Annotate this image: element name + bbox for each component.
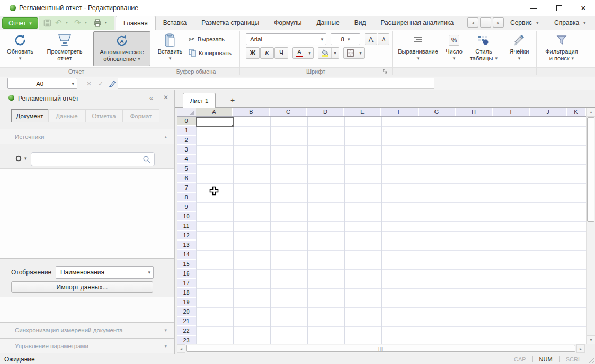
row-header-17[interactable]: 17 xyxy=(177,279,196,288)
row-header-1[interactable]: 1 xyxy=(177,126,196,135)
bold-button[interactable]: Ж xyxy=(246,47,260,59)
section-params[interactable]: Управление параметрами ▾ xyxy=(0,338,174,353)
help-menu[interactable]: Справка▾ xyxy=(554,16,586,30)
underline-button[interactable]: Ч xyxy=(274,47,288,59)
scroll-up-button[interactable]: ▴ xyxy=(587,108,595,117)
report-menu-button[interactable]: Отчет ▾ xyxy=(2,17,38,29)
row-header-12[interactable]: 12 xyxy=(177,231,196,240)
cut-button[interactable]: ✂ Вырезать xyxy=(189,35,225,43)
ribbon-menu-button[interactable]: ≡ xyxy=(480,17,491,28)
column-header-A[interactable]: A xyxy=(196,108,233,116)
column-header-F[interactable]: F xyxy=(381,108,418,116)
fill-handle[interactable] xyxy=(232,125,234,127)
row-header-22[interactable]: 22 xyxy=(177,326,196,335)
row-header-4[interactable]: 4 xyxy=(177,155,196,164)
print-dropdown[interactable]: ▾ xyxy=(105,20,107,25)
font-size-combo[interactable]: 8 ▾ xyxy=(331,33,360,45)
horizontal-scroll-thumb[interactable]: ||| xyxy=(186,345,575,352)
row-header-11[interactable]: 11 xyxy=(177,221,196,230)
search-input[interactable] xyxy=(34,156,143,163)
paste-button[interactable]: Вставить ▾ xyxy=(156,31,184,62)
grow-font-button[interactable]: A xyxy=(365,33,377,45)
table-style-button[interactable]: Стиль таблицы▾ xyxy=(466,31,501,62)
vertical-scrollbar[interactable]: ▴ ▾ xyxy=(586,108,595,344)
alignment-button[interactable]: Выравнивание ▾ xyxy=(394,31,442,62)
redo-button[interactable]: ↷ xyxy=(74,18,81,28)
confirm-entry-button[interactable]: ✓ xyxy=(95,78,106,88)
cell-reference-box[interactable]: A0 ▾ xyxy=(7,78,77,89)
vertical-scroll-thumb[interactable] xyxy=(587,117,594,222)
row-header-18[interactable]: 18 xyxy=(177,288,196,297)
ribbon-tab-3[interactable]: Разметка страницы xyxy=(194,16,267,30)
sources-list[interactable] xyxy=(0,168,174,259)
cells-area[interactable] xyxy=(196,117,586,344)
ribbon-scroll-left-button[interactable]: ◂ xyxy=(467,17,478,28)
panel-tab-формат[interactable]: Формат xyxy=(122,109,159,122)
insert-function-button[interactable] xyxy=(107,78,118,88)
close-button[interactable]: ✕ xyxy=(574,2,592,14)
import-data-button[interactable]: Импорт данных... xyxy=(11,281,153,293)
filter-search-button[interactable]: Фильтрация и поиск▾ xyxy=(538,31,585,62)
panel-tab-данные[interactable]: Данные xyxy=(48,109,85,122)
column-header-C[interactable]: C xyxy=(270,108,307,116)
panel-collapse-button[interactable]: « xyxy=(149,94,153,102)
row-header-23[interactable]: 23 xyxy=(177,336,196,344)
column-header-J[interactable]: J xyxy=(530,108,566,116)
row-header-20[interactable]: 20 xyxy=(177,307,196,316)
minimize-button[interactable]: — xyxy=(525,2,543,14)
column-header-H[interactable]: H xyxy=(456,108,492,116)
row-header-16[interactable]: 16 xyxy=(177,269,196,278)
sheet-tab[interactable]: Лист 1 xyxy=(183,93,216,108)
row-header-0[interactable]: 0 xyxy=(177,117,196,126)
formula-input[interactable] xyxy=(118,78,434,89)
select-all-corner[interactable] xyxy=(177,108,196,117)
row-header-21[interactable]: 21 xyxy=(177,317,196,326)
shrink-font-button[interactable]: A xyxy=(378,33,389,45)
borders-button[interactable]: ▾ xyxy=(343,47,365,59)
row-header-10[interactable]: 10 xyxy=(177,212,196,221)
font-family-combo[interactable]: Arial ▾ xyxy=(246,33,326,45)
row-header-6[interactable]: 6 xyxy=(177,174,196,183)
ribbon-tab-7[interactable]: Расширенная аналитика xyxy=(373,16,461,30)
undo-dropdown[interactable]: ▾ xyxy=(66,20,68,25)
panel-tab-отметка[interactable]: Отметка xyxy=(85,109,122,122)
scroll-left-button[interactable]: ◂ xyxy=(177,344,185,353)
row-header-8[interactable]: 8 xyxy=(177,193,196,202)
column-header-I[interactable]: I xyxy=(493,108,529,116)
font-color-button[interactable]: A ▾ xyxy=(292,47,314,59)
display-mode-combo[interactable]: Наименования ▾ xyxy=(56,266,154,279)
copy-button[interactable]: Копировать xyxy=(189,49,232,57)
italic-button[interactable]: К xyxy=(260,47,274,59)
column-header-B[interactable]: B xyxy=(233,108,270,116)
column-header-E[interactable]: E xyxy=(344,108,381,116)
panel-close-button[interactable]: ✕ xyxy=(163,94,168,101)
cells-button[interactable]: Ячейки ▾ xyxy=(503,31,535,62)
section-sources[interactable]: Источники ▴ xyxy=(0,129,174,144)
row-header-3[interactable]: 3 xyxy=(177,145,196,154)
cancel-entry-button[interactable]: ✕ xyxy=(84,78,94,88)
add-sheet-button[interactable]: + xyxy=(225,93,240,108)
ribbon-tab-6[interactable]: Вид xyxy=(347,16,374,30)
row-header-9[interactable]: 9 xyxy=(177,202,196,211)
preview-report-button[interactable]: Просмотреть отчет xyxy=(38,31,91,62)
resize-grip[interactable] xyxy=(588,357,594,363)
scroll-down-button[interactable]: ▾ xyxy=(587,335,595,344)
font-dialog-launcher[interactable] xyxy=(383,69,388,74)
undo-button[interactable]: ↶ xyxy=(55,18,62,28)
refresh-button[interactable]: Обновить ▾ xyxy=(4,31,36,62)
scroll-right-button[interactable]: ▸ xyxy=(576,344,585,353)
sources-settings-button[interactable]: ▾ xyxy=(15,155,27,162)
ribbon-tab-4[interactable]: Формулы xyxy=(267,16,309,30)
fill-color-button[interactable]: ▾ xyxy=(318,47,339,59)
column-header-G[interactable]: G xyxy=(419,108,455,116)
ribbon-tab-1[interactable]: Главная xyxy=(116,16,156,30)
panel-tab-документ[interactable]: Документ xyxy=(11,109,48,122)
number-format-button[interactable]: % Число ▾ xyxy=(445,31,464,62)
section-sync[interactable]: Синхронизация измерений документа ▾ xyxy=(0,322,174,338)
ribbon-tab-5[interactable]: Данные xyxy=(309,16,347,30)
row-header-19[interactable]: 19 xyxy=(177,298,196,307)
column-header-K[interactable]: K xyxy=(567,108,585,116)
save-button[interactable] xyxy=(43,18,51,28)
row-header-2[interactable]: 2 xyxy=(177,136,196,145)
row-header-5[interactable]: 5 xyxy=(177,164,196,173)
